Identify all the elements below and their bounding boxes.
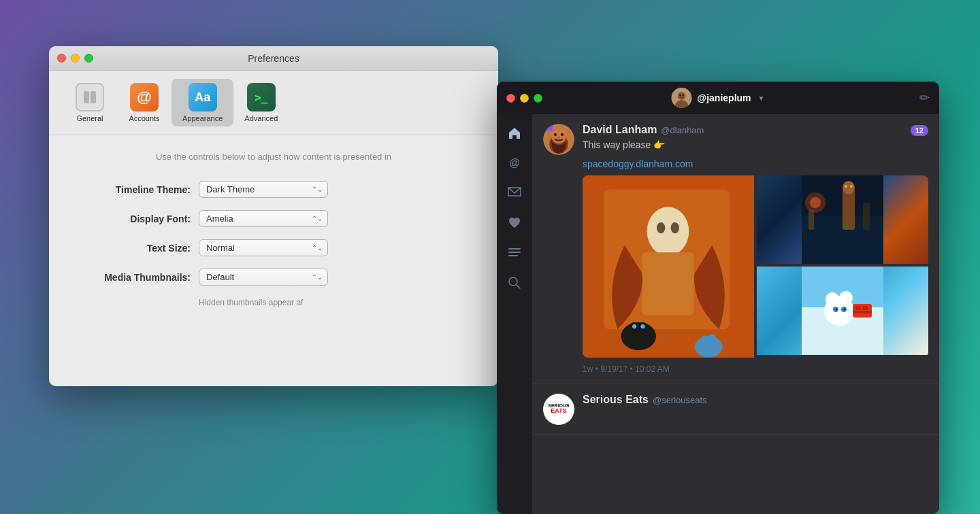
tweetbot-username: @janieplum bbox=[698, 92, 751, 103]
svg-point-48 bbox=[836, 308, 838, 310]
svg-point-26 bbox=[632, 324, 636, 328]
david-lanham-text: This way please 👉 bbox=[583, 139, 928, 152]
tweet-images[interactable] bbox=[583, 175, 928, 358]
serious-eats-name: Serious Eats bbox=[583, 394, 649, 406]
general-label: General bbox=[76, 114, 103, 122]
preferences-description: Use the controls below to adjust how con… bbox=[76, 152, 471, 162]
text-size-label: Text Size: bbox=[76, 243, 199, 254]
svg-rect-39 bbox=[808, 209, 814, 230]
david-lanham-avatar bbox=[543, 124, 574, 155]
tweetbot-close-button[interactable] bbox=[506, 94, 515, 103]
svg-point-15 bbox=[561, 133, 564, 136]
sidebar-mentions-button[interactable]: @ bbox=[502, 151, 527, 175]
tweet-david-lanham: David Lanham @dlanham 12 This way please… bbox=[532, 114, 939, 384]
media-thumbnails-row: Media Thumbnails: Default Always Show Ne… bbox=[76, 269, 471, 286]
tweetbot-dropdown-icon: ▼ bbox=[758, 95, 765, 102]
toolbar-item-accounts[interactable]: @ Accounts bbox=[117, 79, 172, 126]
svg-point-38 bbox=[810, 197, 821, 208]
tweet-image-bottom-right[interactable] bbox=[757, 267, 928, 355]
tweet-badge: 12 bbox=[911, 125, 928, 136]
maximize-button[interactable] bbox=[84, 54, 93, 63]
timeline-theme-select[interactable]: Dark Theme Light Theme Automatic bbox=[199, 181, 328, 198]
traffic-lights bbox=[57, 54, 93, 63]
svg-rect-9 bbox=[508, 255, 518, 256]
preferences-title: Preferences bbox=[248, 53, 299, 64]
advanced-label: Advanced bbox=[244, 114, 278, 122]
svg-rect-8 bbox=[508, 252, 521, 253]
media-thumbnails-label: Media Thumbnails: bbox=[76, 272, 199, 283]
display-font-select[interactable]: Amelia Helvetica System Default bbox=[199, 210, 328, 227]
display-font-label: Display Font: bbox=[76, 213, 199, 224]
david-lanham-name: David Lanham bbox=[583, 124, 657, 136]
david-lanham-handle: @dlanham bbox=[661, 125, 704, 135]
david-lanham-content: David Lanham @dlanham 12 This way please… bbox=[583, 124, 928, 374]
sidebar-home-button[interactable] bbox=[502, 121, 527, 145]
svg-point-45 bbox=[839, 291, 853, 305]
text-size-row: Text Size: Small Normal Large Extra Larg… bbox=[76, 239, 471, 256]
sidebar-lists-button[interactable] bbox=[502, 241, 527, 265]
compose-button[interactable]: ✏ bbox=[919, 90, 930, 105]
sidebar-messages-button[interactable] bbox=[502, 181, 527, 205]
tweetbot-traffic-lights bbox=[506, 94, 542, 103]
svg-point-5 bbox=[679, 95, 681, 97]
svg-rect-51 bbox=[855, 306, 861, 310]
timeline-theme-select-wrapper: Dark Theme Light Theme Automatic bbox=[199, 181, 328, 198]
display-font-row: Display Font: Amelia Helvetica System De… bbox=[76, 210, 471, 227]
thumbnails-hint: Hidden thumbnails appear af bbox=[76, 298, 471, 307]
tweet-serious-eats: SERIOUS EATS Serious Eats @seriouseats bbox=[532, 384, 939, 435]
tweetbot-maximize-button[interactable] bbox=[534, 94, 542, 103]
preferences-titlebar: Preferences bbox=[49, 46, 498, 71]
appearance-icon: Aa bbox=[189, 83, 217, 112]
tweetbot-minimize-button[interactable] bbox=[520, 94, 529, 103]
svg-point-30 bbox=[708, 334, 716, 342]
sidebar-likes-button[interactable] bbox=[502, 211, 527, 235]
tweet-link[interactable]: spacedoggy.dlanham.com bbox=[583, 158, 693, 169]
serious-eats-header: Serious Eats @seriouseats bbox=[583, 394, 928, 406]
text-size-select-wrapper: Small Normal Large Extra Large bbox=[199, 239, 328, 256]
minimize-button[interactable] bbox=[71, 54, 80, 63]
timeline-theme-row: Timeline Theme: Dark Theme Light Theme A… bbox=[76, 181, 471, 198]
svg-rect-7 bbox=[508, 248, 521, 250]
tweetbot-sidebar: @ bbox=[497, 114, 532, 514]
tweetbot-user[interactable]: @janieplum ▼ bbox=[672, 88, 765, 108]
serious-eats-logo: SERIOUS EATS bbox=[543, 394, 574, 425]
tweet-image-main[interactable] bbox=[583, 175, 754, 355]
tweet-timestamp: 1w • 9/19/17 • 10:02 AM bbox=[583, 364, 928, 374]
tweetbot-titlebar: @janieplum ▼ ✏ bbox=[497, 82, 939, 114]
svg-point-22 bbox=[671, 222, 679, 233]
svg-rect-20 bbox=[642, 252, 693, 315]
media-thumbnails-select-wrapper: Default Always Show Never Show bbox=[199, 269, 328, 286]
svg-point-10 bbox=[509, 277, 517, 286]
svg-rect-53 bbox=[853, 311, 872, 313]
preferences-content: Use the controls below to adjust how con… bbox=[49, 135, 498, 324]
media-thumbnails-select[interactable]: Default Always Show Never Show bbox=[199, 269, 328, 286]
svg-point-34 bbox=[843, 181, 855, 194]
tweetbot-feed: David Lanham @dlanham 12 This way please… bbox=[532, 114, 939, 514]
svg-point-6 bbox=[682, 95, 684, 97]
toolbar-item-general[interactable]: General bbox=[63, 79, 117, 126]
preferences-toolbar: General @ Accounts Aa Appearance >_ Adva… bbox=[49, 71, 498, 135]
tweet-image-top-right[interactable] bbox=[757, 175, 928, 264]
tweetbot-window: @janieplum ▼ ✏ @ bbox=[497, 82, 939, 514]
svg-point-35 bbox=[845, 185, 847, 188]
sidebar-search-button[interactable] bbox=[502, 271, 527, 295]
svg-point-21 bbox=[657, 222, 665, 233]
general-icon bbox=[76, 83, 104, 112]
serious-eats-avatar: SERIOUS EATS bbox=[543, 394, 574, 425]
serious-eats-handle: @seriouseats bbox=[653, 395, 707, 405]
close-button[interactable] bbox=[57, 54, 66, 63]
serious-eats-content: Serious Eats @seriouseats bbox=[583, 394, 928, 425]
toolbar-item-appearance[interactable]: Aa Appearance bbox=[172, 79, 233, 126]
tweetbot-body: @ bbox=[497, 114, 939, 514]
svg-point-13 bbox=[551, 128, 566, 143]
svg-rect-33 bbox=[843, 189, 855, 230]
preferences-window: Preferences General @ Accounts Aa Appear… bbox=[49, 46, 498, 386]
svg-rect-0 bbox=[84, 91, 89, 103]
appearance-label: Appearance bbox=[182, 114, 223, 122]
toolbar-item-advanced[interactable]: >_ Advanced bbox=[233, 79, 289, 126]
text-size-select[interactable]: Small Normal Large Extra Large bbox=[199, 239, 328, 256]
david-lanham-header: David Lanham @dlanham 12 bbox=[583, 124, 928, 136]
accounts-label: Accounts bbox=[129, 114, 159, 122]
svg-point-49 bbox=[844, 308, 846, 310]
svg-rect-1 bbox=[91, 91, 96, 103]
